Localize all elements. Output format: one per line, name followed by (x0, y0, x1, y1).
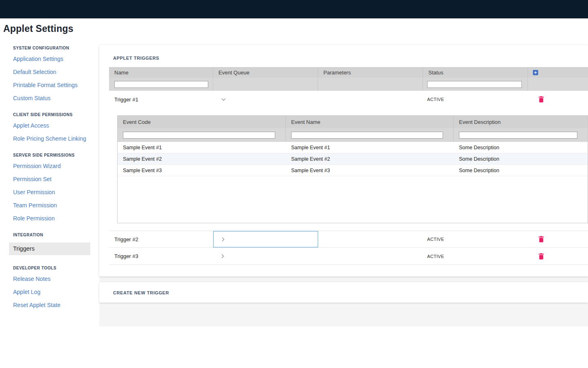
delete-trigger-3-button[interactable] (538, 252, 545, 260)
column-header-actions (528, 67, 588, 78)
sidebar-item-application-settings[interactable]: Application Settings (13, 56, 90, 63)
status-filter-cell (423, 78, 528, 91)
event-description-filter-cell (454, 128, 588, 142)
delete-trigger-2-button[interactable] (538, 235, 545, 243)
event-code-filter-cell (118, 128, 286, 142)
trigger-name: Trigger #1 (109, 91, 213, 108)
events-filter-row (118, 128, 588, 142)
trash-icon (539, 96, 544, 103)
column-header-parameters: Parameters (318, 67, 423, 78)
trigger-status: ACTIVE (423, 231, 528, 247)
event-code: Sample Event #3 (118, 168, 286, 173)
trigger-name: Trigger #2 (109, 231, 213, 247)
event-description: Some Description (454, 156, 588, 162)
sidebar-item-default-selection[interactable]: Default Selection (13, 69, 90, 76)
event-code-filter-input[interactable] (123, 132, 275, 139)
sidebar-section-title: SERVER SIDE PERMISSIONS (13, 153, 90, 157)
trigger-parameters (318, 248, 423, 265)
sidebar-item-user-permission[interactable]: User Permission (13, 189, 90, 196)
triggers-filter-row (109, 78, 588, 91)
event-queue-filter-cell (213, 78, 318, 91)
event-description-filter-input[interactable] (459, 132, 577, 139)
sidebar-section-client-side-permissions: CLIENT SIDE PERMISSIONS Applet Access Ro… (0, 112, 99, 142)
sidebar: SYSTEM CONFIGURATION Application Setting… (0, 46, 99, 319)
event-name: Sample Event #3 (286, 168, 454, 173)
expand-trigger-3[interactable] (213, 248, 224, 265)
trigger-row-1[interactable]: Trigger #1 ACTIVE (109, 91, 588, 108)
sidebar-section-title: DEVELOPER TOOLS (13, 266, 90, 270)
main-content-area: APPLET TRIGGERS Name Event Queue Paramet… (99, 45, 588, 326)
event-code: Sample Event #2 (118, 156, 286, 162)
event-row-1: Sample Event #1 Sample Event #1 Some Des… (118, 142, 588, 153)
column-header-event-queue: Event Queue (213, 67, 318, 78)
parameters-filter-cell (318, 78, 423, 91)
events-table-header: Event Code Event Name Event Description (118, 116, 588, 128)
sidebar-section-title: SYSTEM CONFIGURATION (13, 46, 90, 50)
trigger-row-2[interactable]: Trigger #2 ACTIVE (109, 231, 588, 248)
sidebar-item-permission-set[interactable]: Permission Set (13, 176, 90, 183)
sidebar-item-triggers[interactable]: Triggers (9, 242, 90, 255)
column-header-status: Status (423, 67, 528, 78)
sidebar-item-printable-format-settings[interactable]: Printable Format Settings (13, 82, 90, 89)
expand-trigger-2[interactable] (213, 231, 318, 247)
sidebar-item-custom-status[interactable]: Custom Status (13, 95, 90, 102)
events-table-empty-space (118, 176, 588, 223)
event-name: Sample Event #2 (286, 156, 454, 162)
trigger-parameters (318, 91, 423, 108)
trigger-row-3[interactable]: Trigger #3 ACTIVE (109, 248, 588, 265)
trash-icon (539, 236, 544, 242)
sidebar-item-applet-log[interactable]: Applet Log (13, 289, 90, 296)
sidebar-section-integration: INTEGRATION Triggers (0, 233, 99, 255)
trigger-name: Trigger #3 (109, 248, 213, 265)
column-header-event-description: Event Description (454, 116, 588, 128)
trash-icon (539, 253, 544, 260)
event-code: Sample Event #1 (118, 145, 286, 150)
event-description: Some Description (454, 168, 588, 173)
trigger-1-expanded-panel: Event Code Event Name Event Description (109, 108, 588, 231)
page-title: Applet Settings (3, 23, 74, 34)
column-header-event-name: Event Name (286, 116, 454, 128)
applet-triggers-card: APPLET TRIGGERS Name Event Queue Paramet… (99, 45, 588, 276)
sidebar-section-developer-tools: DEVELOPER TOOLS Release Notes Applet Log… (0, 266, 99, 309)
event-description: Some Description (454, 145, 588, 150)
sidebar-item-permission-wizard[interactable]: Permission Wizard (13, 163, 90, 170)
actions-filter-cell (528, 78, 588, 91)
name-filter-cell (109, 78, 213, 91)
event-name-filter-input[interactable] (291, 132, 443, 139)
sidebar-section-server-side-permissions: SERVER SIDE PERMISSIONS Permission Wizar… (0, 153, 99, 222)
sidebar-section-system-configuration: SYSTEM CONFIGURATION Application Setting… (0, 46, 99, 102)
trigger-parameters (318, 231, 423, 247)
triggers-table-header: Name Event Queue Parameters Status (109, 67, 588, 78)
delete-trigger-1-button[interactable] (538, 95, 545, 103)
sidebar-item-applet-access[interactable]: Applet Access (13, 122, 90, 129)
column-header-name: Name (109, 67, 213, 78)
event-row-2: Sample Event #2 Sample Event #2 Some Des… (118, 153, 588, 165)
events-table: Event Code Event Name Event Description (117, 115, 588, 223)
create-new-trigger-card: CREATE NEW TRIGGER (99, 282, 588, 303)
sidebar-item-role-pricing-scheme-linking[interactable]: Role Pricing Scheme Linking (13, 135, 90, 142)
sidebar-item-release-notes[interactable]: Release Notes (13, 276, 90, 283)
sidebar-item-role-permission[interactable]: Role Permission (13, 215, 90, 222)
sidebar-item-reset-applet-state[interactable]: Reset Applet State (13, 302, 90, 309)
top-nav-bar (0, 0, 588, 18)
create-new-trigger-heading[interactable]: CREATE NEW TRIGGER (99, 282, 588, 295)
name-filter-input[interactable] (114, 81, 208, 88)
event-name-filter-cell (286, 128, 454, 142)
sidebar-section-title: CLIENT SIDE PERMISSIONS (13, 112, 90, 117)
chevron-right-icon (221, 254, 224, 258)
applet-triggers-heading: APPLET TRIGGERS (99, 45, 588, 61)
event-row-3: Sample Event #3 Sample Event #3 Some Des… (118, 165, 588, 176)
column-header-event-code: Event Code (118, 116, 286, 128)
event-name: Sample Event #1 (286, 145, 454, 150)
chevron-down-icon (221, 98, 226, 101)
trigger-status: ACTIVE (423, 248, 528, 265)
triggers-table: Name Event Queue Parameters Status (109, 67, 588, 265)
sidebar-section-title: INTEGRATION (13, 233, 90, 237)
collapse-trigger-1[interactable] (213, 91, 226, 108)
trigger-status: ACTIVE (423, 91, 528, 108)
add-icon[interactable] (533, 70, 538, 75)
chevron-right-icon (222, 237, 225, 242)
sidebar-item-team-permission[interactable]: Team Permission (13, 202, 90, 209)
status-filter-input[interactable] (427, 81, 522, 88)
